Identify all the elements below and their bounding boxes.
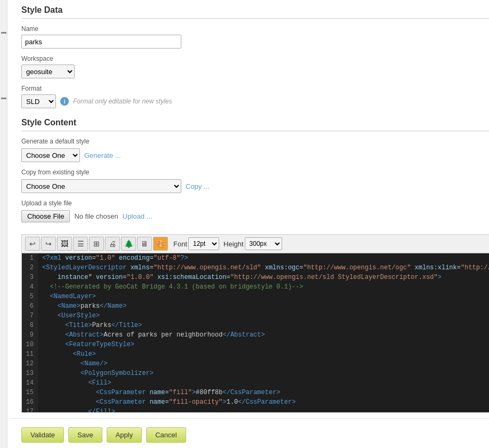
format-label: Format — [21, 85, 489, 92]
code-line-3: 3 instance" version="1.0.0" xsi:schemaLo… — [22, 273, 489, 282]
format-info-icon: i — [60, 97, 69, 106]
format-select[interactable]: SLD CSS YSLD — [21, 94, 56, 108]
generate-label: Generate a default style — [21, 138, 489, 145]
code-line-11: 11 <Rule> — [22, 349, 489, 359]
workspace-select[interactable]: geosuite default topp — [21, 65, 75, 78]
code-line-6: 6 <Name>parks</Name> — [22, 301, 489, 311]
toolbar-redo-btn[interactable]: ↪ — [41, 237, 56, 251]
upload-label: Upload a style file — [21, 199, 489, 207]
upload-button[interactable]: Upload ... — [123, 212, 153, 220]
height-select[interactable]: 200px 300px 400px 500px — [245, 237, 282, 250]
apply-button[interactable]: Apply — [107, 427, 142, 443]
code-line-12: 12 <Name/> — [22, 359, 489, 369]
font-size-select[interactable]: 8pt 10pt 12pt 14pt 16pt — [188, 237, 219, 250]
code-line-16: 16 <CssParameter name="fill-opacity">1.0… — [22, 397, 489, 407]
code-line-8: 8 <Title>Parks</Title> — [22, 321, 489, 330]
height-label: Height — [223, 240, 244, 248]
toolbar-list-btn[interactable]: ☰ — [73, 237, 88, 251]
workspace-label: Workspace — [21, 55, 489, 62]
code-line-1: 1 <?xml version="1.0" encoding="utf-8"?> — [22, 253, 489, 263]
bottom-bar: Validate Save Apply Cancel — [11, 418, 489, 448]
code-line-4: 4 <!--Generated by GeoCat Bridge 4.3.1 (… — [22, 282, 489, 292]
code-editor[interactable]: 1 <?xml version="1.0" encoding="utf-8"?>… — [21, 253, 489, 413]
toolbar-color-btn[interactable]: 🎨 — [153, 237, 168, 251]
code-line-13: 13 <PolygonSymbolizer> — [22, 369, 489, 378]
format-note: Format only editable for new styles — [73, 98, 172, 105]
style-data-title: Style Data — [21, 5, 489, 19]
cancel-button[interactable]: Cancel — [146, 427, 186, 443]
code-line-10: 10 <FeatureTypeStyle> — [22, 340, 489, 349]
code-line-14: 14 <Fill> — [22, 378, 489, 388]
name-label: Name — [21, 25, 489, 33]
copy-button[interactable]: Copy ... — [186, 182, 210, 190]
toolbar-undo-btn[interactable]: ↩ — [25, 237, 40, 251]
generate-select[interactable]: Choose One Point Line Polygon Raster — [21, 148, 80, 162]
toolbar-print-btn[interactable]: 🖨 — [105, 237, 120, 251]
toolbar-tree-btn[interactable]: 🌲 — [121, 237, 136, 251]
toolbar-image-btn[interactable]: 🖼 — [57, 237, 72, 251]
generate-button[interactable]: Generate ... — [84, 151, 121, 159]
code-line-2: 2 <StyledLayerDescriptor xmlns="http://w… — [22, 263, 489, 273]
name-input[interactable] — [21, 35, 181, 49]
code-line-5: 5 <NamedLayer> — [22, 292, 489, 301]
editor-toolbar: ↩ ↪ 🖼 ☰ ⊞ 🖨 🌲 🖥 🎨 Font 8pt 10pt 12pt 14p… — [21, 234, 489, 253]
file-chosen-text: No file chosen — [74, 212, 118, 220]
font-label: Font — [173, 240, 187, 248]
toolbar-monitor-btn[interactable]: 🖥 — [137, 237, 152, 251]
style-content-title: Style Content — [21, 118, 489, 131]
code-line-7: 7 <UserStyle> — [22, 311, 489, 321]
save-button[interactable]: Save — [68, 427, 102, 443]
code-line-17: 17 </Fill> — [22, 407, 489, 413]
validate-button[interactable]: Validate — [21, 427, 64, 443]
copy-from-label: Copy from existing style — [21, 169, 489, 176]
choose-file-button[interactable]: Choose File — [21, 210, 70, 222]
copy-from-select[interactable]: Choose One — [21, 179, 181, 193]
toolbar-table-btn[interactable]: ⊞ — [89, 237, 104, 251]
code-line-9: 9 <Abstract>Acres of parks per neighborh… — [22, 330, 489, 340]
code-line-15: 15 <CssParameter name="fill">#80ff8b</Cs… — [22, 388, 489, 397]
